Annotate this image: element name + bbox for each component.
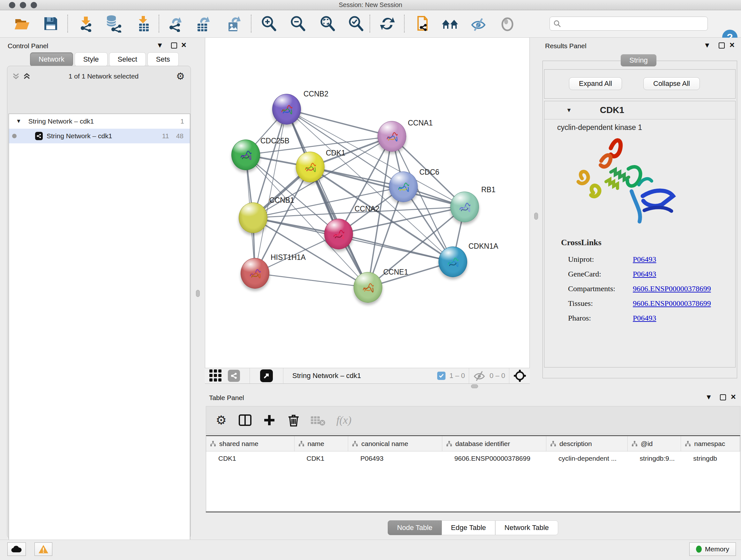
column-header[interactable]: @id [628,436,681,451]
network-collection-row[interactable]: ▼ String Network – cdk1 1 [9,114,190,129]
collapse-all-icon[interactable] [12,72,20,80]
search-box[interactable] [549,17,708,30]
left-splitter[interactable] [192,38,205,540]
column-header[interactable]: name [294,436,348,451]
tab-sets[interactable]: Sets [147,52,179,66]
panel-collapse-icon[interactable]: ▼ [704,42,711,49]
network-node-cdc25b[interactable] [231,139,260,170]
zoom-in-icon[interactable] [260,15,278,33]
column-header[interactable]: namespac [681,436,740,451]
tab-style[interactable]: Style [75,52,108,66]
hide-unhide-icon[interactable] [469,15,487,33]
splitter-grip[interactable] [471,384,478,388]
network-options-gear-icon[interactable]: ⚙ [176,71,185,81]
network-node-ccnb2[interactable] [272,94,301,125]
table-row[interactable]: CDK1CDK1P064939606.ENSP00000378699cyclin… [206,451,740,465]
crosslink-link[interactable]: P06493 [633,255,656,264]
table-cell[interactable]: stringdb [681,451,740,465]
tab-select[interactable]: Select [109,52,146,66]
import-network-database-icon[interactable] [105,15,122,33]
panel-close-icon[interactable]: × [181,42,186,48]
network-node-hist1h1a[interactable] [241,258,269,289]
network-node-ccna2[interactable] [324,219,353,249]
protein-ribbon-thumbnail [446,255,461,270]
network-canvas[interactable]: CCNB2CCNA1CDC25BCDK1CDC6RB1CCNB1CCNA2CDK… [205,38,530,368]
zoom-out-icon[interactable] [289,15,307,33]
splitter-grip[interactable] [196,290,200,297]
network-node-rb1[interactable] [450,192,479,222]
table-cell[interactable]: stringdb:9... [628,451,681,465]
panel-float-icon[interactable] [171,43,177,49]
cloud-button[interactable] [7,543,26,556]
table-cell[interactable]: CDK1 [294,451,348,465]
table-cell[interactable]: 9606.ENSP00000378699 [442,451,546,465]
share-file-icon[interactable] [414,15,432,33]
network-node-cdk1[interactable] [296,152,325,182]
table-cell[interactable]: CDK1 [206,451,294,465]
detach-view-icon[interactable] [260,369,273,382]
export-network-icon[interactable] [167,15,185,33]
column-header[interactable]: database identifier [442,436,546,451]
tab-network[interactable]: Network [30,52,73,66]
collapse-all-button[interactable]: Collapse All [643,77,700,90]
network-node-ccne1[interactable] [354,272,382,303]
network-node-cdc6[interactable] [389,172,418,202]
selected-checkbox-icon[interactable] [437,372,446,380]
column-header[interactable]: canonical name [348,436,442,451]
panel-float-icon[interactable] [719,43,725,49]
refresh-layout-icon[interactable] [379,15,396,33]
zoom-fit-icon[interactable] [319,15,336,33]
crosslink-link[interactable]: P06493 [633,270,656,278]
memory-button[interactable]: Memory [689,543,736,556]
panel-collapse-icon[interactable]: ▼ [156,42,163,49]
splitter-grip[interactable] [534,212,538,220]
expand-all-button[interactable]: Expand All [569,77,622,90]
network-node-ccnb1[interactable] [239,202,267,233]
right-splitter[interactable] [530,38,543,384]
section-collapse-icon[interactable]: ▼ [566,107,572,114]
warnings-button[interactable] [35,543,52,556]
delete-column-icon[interactable] [287,413,300,427]
create-column-icon[interactable] [263,414,276,427]
collection-expand-icon[interactable]: ▼ [16,118,21,125]
fit-selected-icon[interactable] [513,369,527,382]
crosslink-link[interactable]: 9606.ENSP00000378699 [633,299,711,308]
column-header[interactable]: description [546,436,628,451]
show-columns-icon[interactable] [238,413,252,427]
export-image-icon[interactable] [225,15,243,33]
expand-all-icon[interactable] [23,72,31,80]
hidden-counts: 0 – 0 [489,372,505,380]
home-networks-icon[interactable] [441,15,459,33]
import-table-icon[interactable] [135,15,152,33]
panel-close-icon[interactable]: × [730,42,735,48]
import-network-file-icon[interactable] [77,15,95,33]
grid-view-icon[interactable] [208,368,223,384]
network-node-cdkn1a[interactable] [439,246,467,277]
network-node-ccna1[interactable] [378,121,406,152]
panel-collapse-icon[interactable]: ▼ [705,394,712,400]
panel-float-icon[interactable] [720,394,726,400]
search-input[interactable] [561,20,708,28]
horizontal-splitter[interactable] [205,384,741,392]
selected-counts: 1 – 0 [449,372,465,380]
network-row[interactable]: String Network – cdk1 11 48 [9,129,190,143]
export-table-icon[interactable] [194,15,212,33]
zoom-selected-icon[interactable] [347,15,365,33]
crosslink-link[interactable]: 9606.ENSP00000378699 [633,285,711,293]
panel-close-icon[interactable]: × [731,394,736,400]
table-cell[interactable]: cyclin-dependent ... [546,451,628,465]
open-session-icon[interactable] [13,15,30,33]
birdseye-view-icon[interactable] [228,370,240,382]
table-cell[interactable]: P06493 [348,451,442,465]
tab-network-table[interactable]: Network Table [495,520,558,535]
gene-section-header[interactable]: ▼ CDK1 [544,101,735,119]
tab-node-table[interactable]: Node Table [388,520,442,535]
save-session-icon[interactable] [42,15,60,33]
tab-string[interactable]: String [621,54,657,66]
column-header-label: namespac [694,440,725,448]
column-header[interactable]: shared name [206,436,294,451]
crosslink-link[interactable]: P06493 [633,314,656,322]
tab-edge-table[interactable]: Edge Table [442,520,495,535]
show-eye-icon[interactable] [498,15,516,33]
table-options-gear-icon[interactable]: ⚙ [216,414,226,426]
